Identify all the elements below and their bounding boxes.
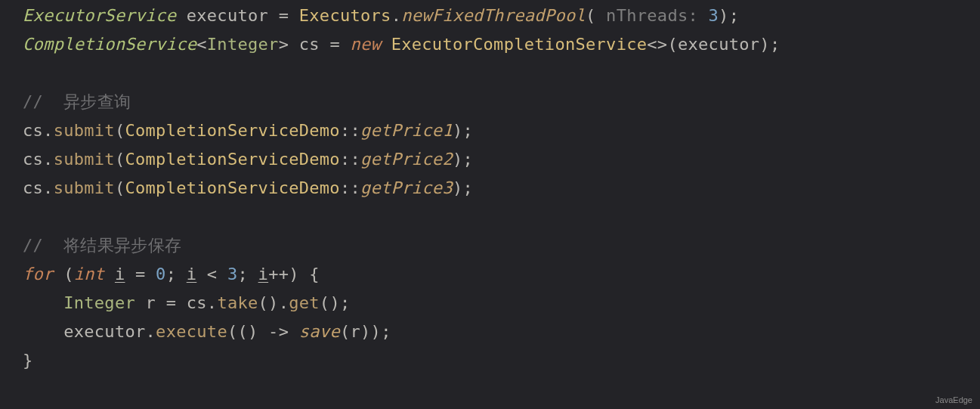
angle-token: > [279,35,289,54]
method-ref-token: :: [340,178,360,197]
operator-token: = [125,265,156,284]
method-token: submit [54,178,115,197]
paren-token: ) [453,178,463,197]
operator-token: = [156,293,187,312]
semicolon-token: ; [237,265,258,284]
static-method-token: newFixedThreadPool [401,6,586,25]
identifier-token: cs [23,150,43,169]
keyword-token: for [23,265,54,284]
identifier-token: executor [187,6,268,25]
paren-token: ) [371,322,382,341]
identifier-token: i [258,265,269,284]
method-ref-token: :: [340,121,360,140]
number-token: 3 [709,6,719,25]
code-line-body-1: Integer r = cs.take().get(); [23,293,351,312]
identifier-token: i [187,265,197,284]
semicolon-token: ; [381,322,391,341]
semicolon-token: ; [462,178,473,197]
paren-token: ( [227,322,238,341]
paren-token: ( [340,322,351,341]
code-line-for: for (int i = 0; i < 3; i++) { [23,265,320,284]
class-token: CompletionServiceDemo [125,178,339,197]
identifier-token: executor [678,35,759,54]
identifier-token: cs [299,35,320,54]
paren-token: () [258,293,279,312]
static-method-token: getPrice1 [360,121,453,140]
paren-token: ( [54,265,74,284]
type-token: Integer [63,293,135,312]
operator-token: = [268,6,299,25]
paren-token: ( [586,6,596,25]
method-ref-token: :: [340,150,360,169]
number-token: 3 [227,265,238,284]
comment-line: // 将结果异步保存 [23,236,181,255]
paren-token: ( [115,121,125,140]
paren-token: ) [289,265,309,284]
dot-token: . [43,178,54,197]
static-method-token: save [299,322,340,341]
angle-token: < [196,35,207,54]
paren-token: ) [719,6,729,25]
type-token: CompletionService [23,35,196,54]
code-line-submit-1: cs.submit(CompletionServiceDemo::getPric… [23,121,473,140]
method-token: get [289,293,320,312]
operator-token: ++ [268,265,289,284]
paren-token: () [320,293,340,312]
keyword-token: new [350,35,381,54]
method-token: execute [156,322,227,341]
dot-token: . [279,293,289,312]
brace-close-token: } [23,351,33,370]
method-token: submit [54,150,115,169]
dot-token: . [43,150,54,169]
code-line-2: CompletionService<Integer> cs = new Exec… [23,35,780,54]
semicolon-token: ; [462,121,473,140]
identifier-token: executor [63,322,145,341]
semicolon-token: ; [462,150,473,169]
parameter-hint: nThreads: [596,6,709,25]
lambda-params-token: () [237,322,258,341]
code-line-submit-3: cs.submit(CompletionServiceDemo::getPric… [23,178,473,197]
operator-token: = [320,35,351,54]
identifier-token: cs [23,178,43,197]
class-token: CompletionServiceDemo [125,150,339,169]
identifier-token: cs [23,121,43,140]
code-line-submit-2: cs.submit(CompletionServiceDemo::getPric… [23,150,473,169]
code-line-1: ExecutorService executor = Executors.new… [23,6,739,25]
brace-token: { [309,265,320,284]
method-token: submit [54,121,115,140]
generic-type-token: Integer [207,35,279,54]
paren-token: ( [115,150,125,169]
semicolon-token: ; [166,265,187,284]
class-token: CompletionServiceDemo [125,121,339,140]
dot-token: . [43,121,54,140]
identifier-token: r [146,293,156,312]
identifier-token: r [351,322,361,341]
static-method-token: getPrice2 [360,150,453,169]
dot-token: . [391,6,402,25]
paren-token: ( [115,178,125,197]
semicolon-token: ; [340,293,351,312]
semicolon-token: ; [729,6,740,25]
class-token: ExecutorCompletionService [391,35,648,54]
operator-token: < [196,265,227,284]
semicolon-token: ; [770,35,781,54]
diamond-token: <> [647,35,667,54]
watermark-label: JavaEdge [935,395,972,404]
class-token: Executors [299,6,391,25]
dot-token: . [146,322,156,341]
type-token: ExecutorService [23,6,176,25]
arrow-token: -> [258,322,299,341]
paren-token: ) [360,322,371,341]
keyword-token: int [74,265,105,284]
comment-line: // 异步查询 [23,92,131,111]
method-token: take [217,293,258,312]
identifier-token: i [115,265,125,284]
code-editor[interactable]: ExecutorService executor = Executors.new… [0,0,980,375]
dot-token: . [207,293,218,312]
paren-token: ( [667,35,678,54]
number-token: 0 [156,265,166,284]
identifier-token: cs [187,293,207,312]
paren-token: ) [453,150,463,169]
code-line-body-2: executor.execute(() -> save(r)); [23,322,391,341]
paren-token: ) [759,35,770,54]
